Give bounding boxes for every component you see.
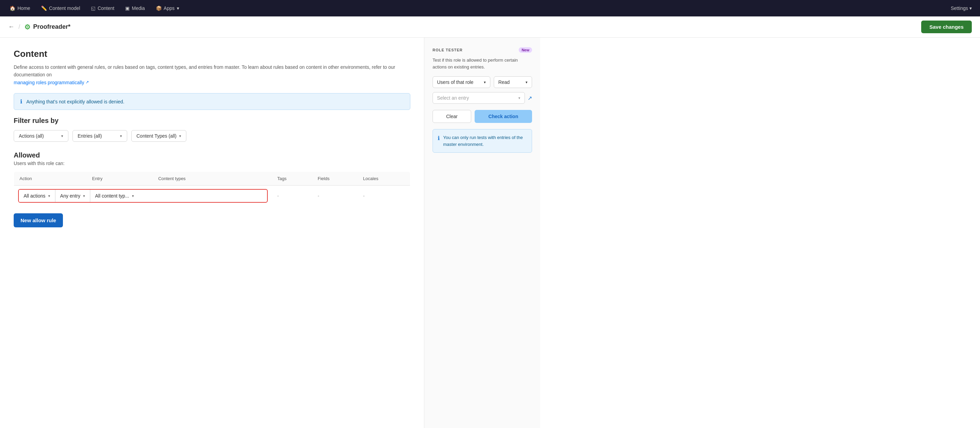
- settings-chevron-icon: ▾: [969, 5, 972, 11]
- panel-info-box: ℹ You can only run tests with entries of…: [433, 129, 532, 153]
- external-link-icon: ↗: [86, 79, 89, 86]
- content-icon: ◱: [91, 5, 95, 11]
- allowed-heading: Allowed: [14, 151, 410, 159]
- entry-chevron-icon: ▾: [83, 194, 85, 198]
- highlighted-cells-group: All actions ▾ Any entry ▾ All content ty…: [18, 189, 268, 203]
- top-nav: 🏠 Home ✏️ Content model ◱ Content ▣ Medi…: [0, 0, 980, 16]
- breadcrumb-divider: /: [19, 23, 20, 30]
- allowed-sub: Users with this role can:: [14, 161, 410, 166]
- entry-select-chevron-icon: ▾: [519, 96, 520, 100]
- content-area: Content Define access to content with ge…: [0, 38, 424, 428]
- panel-description: Test if this role is allowed to perform …: [433, 57, 532, 70]
- fields-cell: -: [312, 185, 358, 206]
- apps-chevron-icon: ▾: [177, 5, 179, 11]
- panel-actions: Clear Check action: [433, 110, 532, 123]
- action-chevron-icon: ▾: [48, 194, 50, 198]
- col-fields: Fields: [312, 172, 358, 185]
- nav-content-model[interactable]: ✏️ Content model: [40, 3, 81, 14]
- page-title: ⚙ Proofreader*: [24, 23, 70, 31]
- content-type-chevron-icon: ▾: [132, 194, 134, 198]
- content-model-icon: ✏️: [41, 5, 47, 11]
- panel-role-row: Users of that role ▾ Read ▾: [433, 77, 532, 88]
- filter-heading: Filter rules by: [14, 117, 410, 125]
- entries-filter-dropdown[interactable]: Entries (all) ▾: [73, 130, 127, 142]
- panel-header: ROLE TESTER New: [433, 47, 532, 53]
- entry-external-link-icon[interactable]: ↗: [528, 95, 532, 101]
- nav-apps[interactable]: 📦 Apps ▾: [154, 3, 181, 14]
- home-icon: 🏠: [10, 5, 15, 11]
- sub-header: ← / ⚙ Proofreader* Save changes: [0, 16, 980, 38]
- col-locales: Locales: [358, 172, 410, 185]
- action-dropdown[interactable]: Read ▾: [494, 77, 532, 88]
- nav-content[interactable]: ◱ Content: [89, 3, 116, 14]
- content-heading: Content: [14, 49, 410, 59]
- panel-title: ROLE TESTER: [433, 48, 463, 52]
- select-entry-dropdown[interactable]: Select an entry ▾: [433, 92, 525, 104]
- entry-cell-select[interactable]: Any entry ▾: [56, 190, 90, 202]
- right-panel: ROLE TESTER New Test if this role is all…: [424, 38, 540, 428]
- actions-filter-chevron-icon: ▾: [61, 134, 63, 138]
- tags-cell: -: [272, 185, 312, 206]
- col-entry: Entry: [86, 172, 153, 185]
- check-action-button[interactable]: Check action: [475, 110, 532, 123]
- content-types-filter-chevron-icon: ▾: [179, 134, 181, 138]
- action-chevron-icon: ▾: [525, 80, 528, 85]
- rules-table: Action Entry Content types Tags Fields L…: [14, 171, 410, 206]
- table-row: All actions ▾ Any entry ▾ All content ty…: [14, 185, 410, 206]
- apps-icon: 📦: [156, 5, 162, 11]
- table-header-row: Action Entry Content types Tags Fields L…: [14, 172, 410, 185]
- nav-media[interactable]: ▣ Media: [124, 3, 146, 14]
- settings-link[interactable]: Settings ▾: [951, 5, 972, 11]
- media-icon: ▣: [125, 5, 130, 11]
- content-types-filter-dropdown[interactable]: Content Types (all) ▾: [131, 130, 186, 142]
- back-button[interactable]: ←: [8, 23, 14, 30]
- action-cell-select[interactable]: All actions ▾: [19, 190, 56, 202]
- save-changes-button[interactable]: Save changes: [921, 21, 972, 33]
- col-action: Action: [14, 172, 87, 185]
- gear-icon: ⚙: [24, 23, 30, 31]
- panel-entry-row: Select an entry ▾ ↗: [433, 92, 532, 104]
- main-layout: Content Define access to content with ge…: [0, 38, 980, 428]
- new-allow-rule-button[interactable]: New allow rule: [14, 213, 63, 227]
- filter-row: Actions (all) ▾ Entries (all) ▾ Content …: [14, 130, 410, 142]
- role-dropdown[interactable]: Users of that role ▾: [433, 77, 490, 88]
- entries-filter-chevron-icon: ▾: [120, 134, 122, 138]
- docs-link[interactable]: managing roles programmatically ↗: [14, 79, 89, 86]
- col-tags: Tags: [272, 172, 312, 185]
- clear-button[interactable]: Clear: [433, 110, 471, 123]
- content-description: Define access to content with general ru…: [14, 63, 410, 86]
- locales-cell: -: [358, 185, 410, 206]
- nav-home[interactable]: 🏠 Home: [8, 3, 32, 14]
- role-chevron-icon: ▾: [484, 80, 486, 85]
- actions-filter-dropdown[interactable]: Actions (all) ▾: [14, 130, 68, 142]
- new-badge: New: [519, 47, 532, 53]
- panel-info-icon: ℹ: [438, 134, 440, 142]
- content-type-cell-select[interactable]: All content typ... ▾: [90, 190, 139, 202]
- info-box: ℹ Anything that's not explicitly allowed…: [14, 93, 410, 110]
- info-icon: ℹ: [20, 98, 22, 105]
- col-content-types: Content types: [153, 172, 272, 185]
